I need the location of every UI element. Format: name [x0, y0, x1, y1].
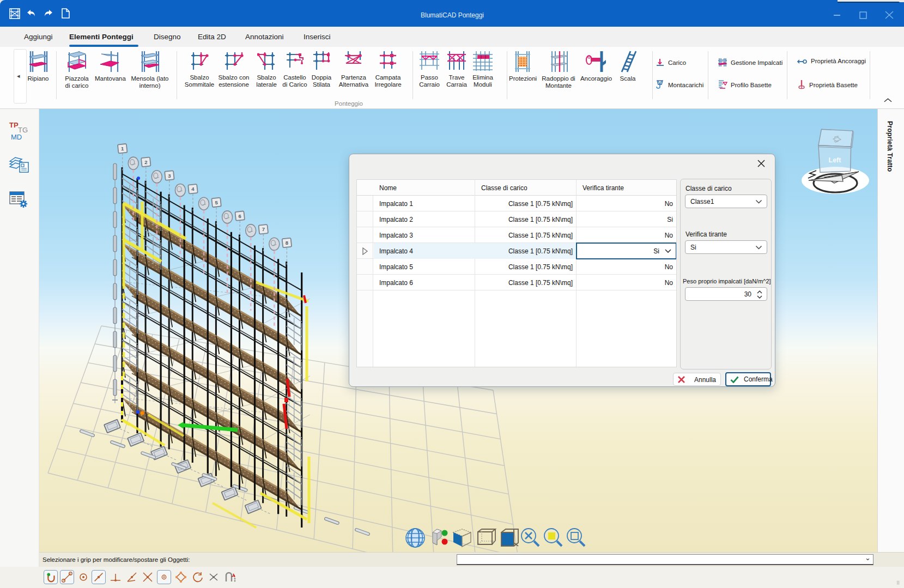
svg-text:7: 7: [262, 226, 265, 232]
svg-text:2: 2: [144, 159, 147, 165]
svg-text:6: 6: [239, 213, 241, 219]
svg-text:5: 5: [215, 199, 218, 205]
svg-text:1: 1: [121, 146, 124, 151]
svg-text:Left: Left: [829, 156, 842, 164]
svg-text:3: 3: [168, 173, 171, 179]
svg-text:4: 4: [191, 186, 195, 192]
svg-text:8: 8: [286, 240, 288, 246]
